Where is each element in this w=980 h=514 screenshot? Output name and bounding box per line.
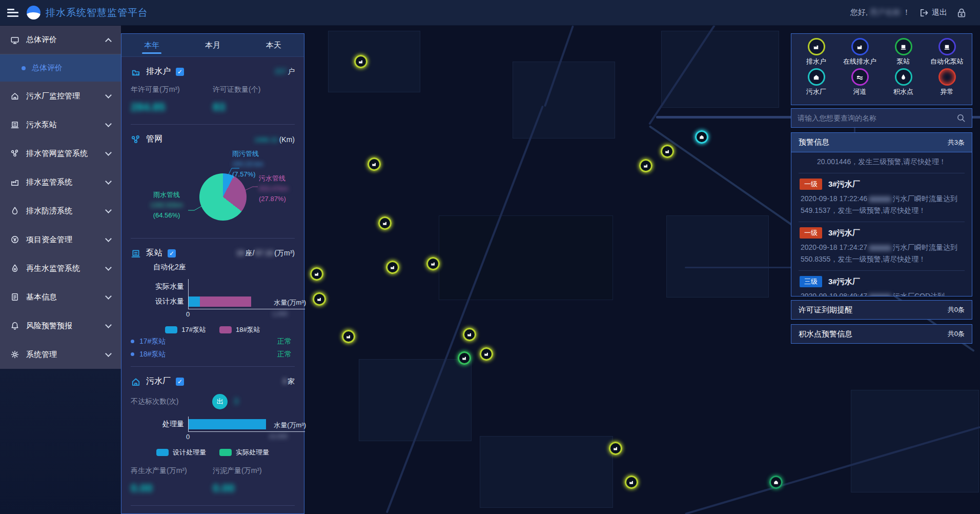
legend-item-泵站[interactable]: 泵站	[882, 38, 925, 66]
axis-unit-label: 水量(万m³)	[274, 421, 306, 430]
map-marker[interactable]	[426, 257, 440, 270]
license-expiry-panel[interactable]: 许可证到期提醒 共0条	[791, 300, 972, 320]
redacted-text	[869, 196, 891, 202]
legend-label: 泵站	[897, 57, 910, 66]
pie-label-sewage: 污水管线 553.47km (27.87%)	[259, 173, 288, 204]
tab-this-year[interactable]: 本年	[121, 34, 182, 56]
map-marker[interactable]	[639, 159, 652, 172]
pump-status-row[interactable]: 18#泵站 正常	[131, 348, 295, 360]
sidebar-item-1[interactable]: 污水厂监控管理	[0, 82, 121, 110]
app-title: 排水系统智慧监管平台	[46, 6, 148, 19]
map-marker[interactable]	[354, 55, 368, 68]
map-block	[359, 359, 472, 441]
map-marker[interactable]	[368, 157, 381, 171]
map-marker[interactable]	[313, 292, 326, 306]
sidebar-item-0[interactable]: 总体评价	[0, 26, 121, 54]
bullet-dot	[131, 340, 134, 343]
pump-status-row[interactable]: 17#泵站 正常	[131, 335, 295, 347]
chevron-down-icon	[105, 121, 112, 127]
map-marker[interactable]	[695, 130, 708, 144]
map-marker[interactable]	[310, 267, 323, 281]
bar-category-label: 实际水量	[131, 282, 188, 291]
sidebar-item-2[interactable]: 污水泵站	[0, 110, 121, 139]
pipe-total: 1986.32	[254, 136, 278, 144]
sidebar-item-4[interactable]: 排水监管系统	[0, 168, 121, 196]
sidebar-item-3[interactable]: 排水管网监管系统	[0, 139, 121, 168]
divider	[131, 366, 295, 367]
search-icon[interactable]	[956, 113, 966, 123]
warning-item[interactable]: 一级3#污水厂2020-09-18 17:24:27污水厂瞬时流量达到550.8…	[799, 222, 965, 271]
map-marker[interactable]	[769, 476, 783, 489]
legend-item-排水户[interactable]: 排水户	[794, 38, 838, 66]
section-pump-station: 泵站 ✓ 19 座/ 57.10 (万m³)	[131, 248, 295, 259]
tab-this-month[interactable]: 本月	[182, 34, 243, 56]
map-block	[513, 62, 615, 139]
legend-swatch	[219, 326, 232, 333]
households-count: 207	[275, 67, 287, 75]
warning-item[interactable]: 三级3#污水厂2020-09-19 08:49:47污水厂COD达到	[799, 271, 965, 296]
doc-icon	[10, 292, 19, 302]
map-marker[interactable]	[342, 330, 355, 343]
map-marker[interactable]	[386, 261, 399, 274]
house-ring-icon	[808, 68, 825, 86]
drainage-monitor-dashboard: { "header": { "title": "排水系统智慧监管平台", "gr…	[0, 0, 980, 514]
factory-icon	[10, 177, 19, 187]
warning-source-name: 3#污水厂	[828, 277, 860, 287]
section-pipe-network: 管网 1986.32(Km)	[131, 134, 295, 145]
map-marker[interactable]	[625, 476, 638, 489]
warning-source-name: 3#污水厂	[828, 180, 860, 189]
legend-item-在线排水户[interactable]: 在线排水户	[838, 38, 882, 66]
legend-item-河道[interactable]: 河道	[838, 68, 882, 96]
map-marker[interactable]	[609, 442, 622, 455]
sidebar-item-8[interactable]: 基本信息	[0, 283, 121, 311]
automated-count-label: 自动化2座	[153, 263, 295, 272]
pump-chart-legend: 17#泵站 18#泵站	[131, 325, 295, 334]
lock-icon[interactable]	[956, 8, 967, 18]
bar-plot	[188, 279, 295, 294]
sidebar-item-10[interactable]: 系统管理	[0, 340, 121, 369]
bullet-dot	[22, 66, 26, 70]
warning-panel-header[interactable]: 预警信息 共3条	[791, 133, 972, 152]
warning-count: 共3条	[948, 138, 965, 147]
plant-chart-legend: 设计处理量 实际处理量	[131, 448, 295, 457]
redacted-text	[869, 245, 891, 251]
menu-collapse-icon[interactable]	[7, 9, 18, 17]
legend-item-污水厂[interactable]: 污水厂	[794, 68, 838, 96]
map-marker[interactable]	[458, 351, 471, 365]
chevron-down-icon	[105, 149, 112, 156]
tab-today[interactable]: 本天	[243, 34, 304, 56]
sidebar-item-6[interactable]: 项目资金管理	[0, 225, 121, 254]
pump-station-checkbox[interactable]: ✓	[168, 249, 176, 258]
sidebar-subitem-label: 总体评价	[32, 63, 63, 73]
money-icon	[10, 235, 19, 244]
drainage-households-checkbox[interactable]: ✓	[176, 68, 184, 76]
map-marker[interactable]	[378, 216, 392, 230]
search-input[interactable]	[798, 114, 956, 122]
x-axis: 0 10,000 水量(万m³)	[188, 431, 305, 442]
logout-button[interactable]: 退出	[920, 8, 947, 17]
warning-list[interactable]: 20.001446，发生三级预警,请尽快处理！一级3#污水厂2020-09-18…	[791, 152, 972, 296]
sidebar-item-5[interactable]: 排水防涝系统	[0, 196, 121, 225]
warning-level-badge: 一级	[800, 227, 822, 239]
sidebar-item-7[interactable]: 再生水监管系统	[0, 254, 121, 283]
sidebar-item-label: 基本信息	[26, 292, 57, 302]
sewage-plant-checkbox[interactable]: ✓	[176, 378, 184, 386]
sidebar-item-label: 污水泵站	[26, 120, 57, 130]
warning-item[interactable]: 一级3#污水厂2020-09-18 17:22:46污水厂瞬时流量达到549.1…	[799, 173, 965, 222]
warning-text: 2020-09-18 17:22:46污水厂瞬时流量达到549.1537，发生一…	[800, 193, 964, 216]
divider	[131, 238, 295, 239]
map-marker[interactable]	[463, 328, 476, 341]
flood-point-warning-panel[interactable]: 积水点预警信息 共0条	[791, 324, 972, 344]
legend-item-积水点[interactable]: 积水点	[882, 68, 925, 96]
legend-item-异常[interactable]: 异常	[925, 68, 969, 96]
sidebar-item-label: 污水厂监控管理	[26, 91, 80, 101]
sidebar-item-9[interactable]: 风险预警预报	[0, 311, 121, 340]
app-logo-icon	[27, 6, 40, 19]
sidebar-subitem-总体评价[interactable]: 总体评价	[0, 54, 121, 82]
legend-item-自动化泵站[interactable]: 自动化泵站	[925, 38, 969, 66]
map-marker[interactable]	[661, 145, 674, 158]
legend-label: 自动化泵站	[930, 57, 964, 66]
axis-max: 10,000	[269, 433, 288, 440]
sidebar-item-label: 排水监管系统	[26, 177, 72, 187]
map-marker[interactable]	[480, 347, 493, 361]
